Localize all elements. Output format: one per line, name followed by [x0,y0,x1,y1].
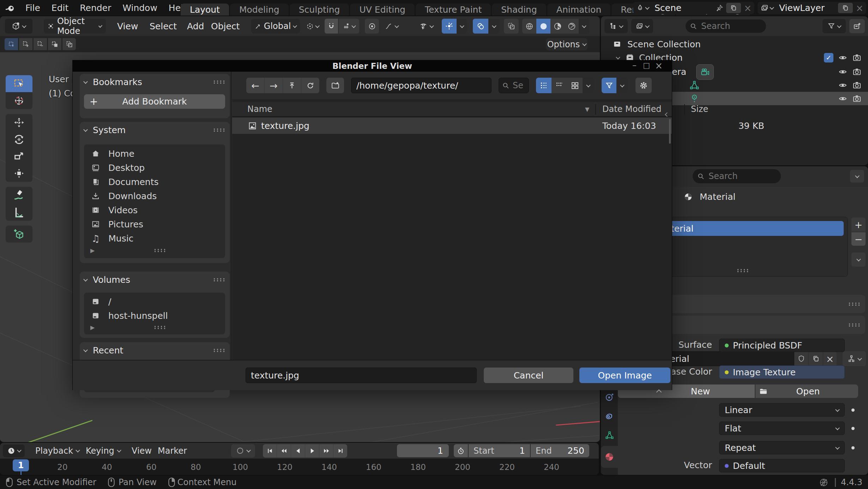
outliner-display-mode-button[interactable] [631,19,653,33]
object-data-tab-icon[interactable] [605,430,614,440]
pin-icon[interactable] [716,4,723,12]
remove-viewlayer-icon[interactable]: × [856,3,863,13]
outliner-editor-type-button[interactable] [604,19,628,33]
collection-checkbox[interactable]: ✓ [824,53,833,62]
volumes-inner-grip[interactable] [153,326,166,329]
timeline-menu-keying[interactable]: Keying [86,446,121,456]
properties-search-input[interactable] [708,171,766,181]
tool-rotate[interactable] [6,131,32,148]
path-field[interactable] [351,78,492,93]
back-button[interactable]: ← [246,78,264,93]
add-bookmark-button[interactable]: + Add Bookmark [84,94,225,109]
shading-solid-button[interactable] [536,19,550,34]
shading-material-button[interactable] [550,19,565,34]
play-button[interactable] [305,444,319,458]
properties-options-dropdown[interactable] [850,170,864,183]
collection-render-camera-icon[interactable] [852,53,862,62]
workspace-tab-texture-paint[interactable]: Texture Paint [416,4,491,16]
system-grip[interactable] [213,128,225,132]
sort-indicator-icon[interactable]: ▼ [585,106,589,113]
blender-logo-icon[interactable] [0,0,20,16]
add-slot-button[interactable]: + [851,217,866,232]
menu-file[interactable]: File [20,3,46,13]
timeline-menu-playback[interactable]: Playback [35,446,79,456]
timeline-menu-marker[interactable]: Marker [158,446,187,456]
tool-scale[interactable] [6,148,32,165]
settings-gear-button[interactable] [635,78,652,93]
outliner-search-input[interactable] [700,21,755,31]
cancel-button[interactable]: Cancel [484,368,573,383]
next-keyframe-button[interactable] [319,444,333,458]
unlink-scene-icon[interactable]: × [744,3,752,13]
base-color-value-button[interactable]: Image Texture [719,365,845,379]
menu-edit[interactable]: Edit [46,3,74,13]
shading-rendered-button[interactable] [565,19,579,34]
mesh-render-icon[interactable] [852,80,862,90]
tool-transform[interactable] [6,165,32,182]
properties-search-field[interactable] [693,169,781,183]
duplicate-material-button[interactable] [808,351,823,366]
workspace-tab-layout[interactable]: Layout [181,4,229,16]
sidebar-item-music[interactable]: ♫Music [84,231,225,245]
editor-type-button[interactable] [5,19,32,34]
projection-dropdown[interactable]: Flat [719,422,845,435]
tool-measure[interactable] [6,204,32,221]
snap-toggle-button[interactable] [325,19,338,34]
vector-value-button[interactable]: Default [719,459,845,472]
outliner-search-field[interactable] [686,19,766,33]
maximize-icon[interactable]: □ [643,61,650,70]
copy-scene-button[interactable] [726,3,741,13]
sidebar-item-documents[interactable]: Documents [84,175,225,189]
display-list-vertical-button[interactable] [536,78,551,93]
light-hide-eye-icon[interactable] [838,94,848,103]
parent-dir-button[interactable] [283,78,301,93]
outliner-filter-button[interactable] [822,19,846,33]
tool-cursor[interactable] [6,92,32,109]
display-thumbnails-button[interactable] [567,78,583,93]
sidebar-item-videos[interactable]: Videos [84,203,225,217]
image-open-button[interactable]: Open [755,384,858,398]
refresh-button[interactable] [301,78,319,93]
viewport-menu-view[interactable]: View [117,21,138,31]
new-collection-button[interactable] [849,19,865,33]
select-mode-extend-button[interactable] [19,38,32,50]
workspace-tab-modeling[interactable]: Modeling [230,4,289,16]
end-frame-field[interactable]: End 250 [531,444,589,457]
region-expand-chevron[interactable] [657,386,661,396]
projection-anim-dot[interactable] [851,427,855,430]
display-mode-dropdown[interactable] [583,78,594,93]
slot-specials-dropdown[interactable] [851,252,866,267]
tool-move[interactable] [6,114,32,131]
region-toggle-arrow[interactable] [665,108,669,118]
bookmarks-collapse-icon[interactable] [83,79,88,84]
collection-hide-eye-icon[interactable] [838,53,848,62]
light-render-icon[interactable] [852,94,862,103]
sidebar-item-desktop[interactable]: Desktop [84,161,225,175]
system-inner-grip[interactable] [153,249,166,252]
select-mode-invert-button[interactable] [48,38,61,50]
shading-dropdown[interactable] [579,19,589,34]
volumes-resize-triangle[interactable]: ▶ [90,324,95,331]
copy-viewlayer-button[interactable] [838,3,853,13]
shading-wireframe-button[interactable] [522,19,536,34]
proportional-edit-button[interactable] [365,19,379,34]
jump-to-start-button[interactable] [263,444,277,458]
workspace-tab-uv-editing[interactable]: UV Editing [350,4,414,16]
tool-add-cube[interactable] [6,226,32,243]
orientation-selector[interactable]: Global [251,19,300,34]
select-mode-subtract-button[interactable] [34,38,47,50]
filter-dropdown[interactable] [616,78,628,93]
pivot-point-button[interactable] [303,19,322,34]
forward-button[interactable]: → [264,78,283,93]
filter-toggle-button[interactable] [602,78,616,93]
select-mode-set-button[interactable] [5,38,18,50]
tool-annotate[interactable] [6,187,32,204]
select-mode-intersect-button[interactable] [62,38,76,50]
physics-tab-icon[interactable] [605,392,614,402]
dialog-title-bar[interactable]: Blender File View – □ × [73,60,672,72]
interpolation-dropdown[interactable]: Linear [719,403,845,417]
camera-data-icon[interactable] [696,64,714,80]
xray-toggle[interactable] [504,19,519,34]
extension-dropdown[interactable]: Repeat [719,441,845,454]
tool-select-box[interactable] [6,75,32,92]
